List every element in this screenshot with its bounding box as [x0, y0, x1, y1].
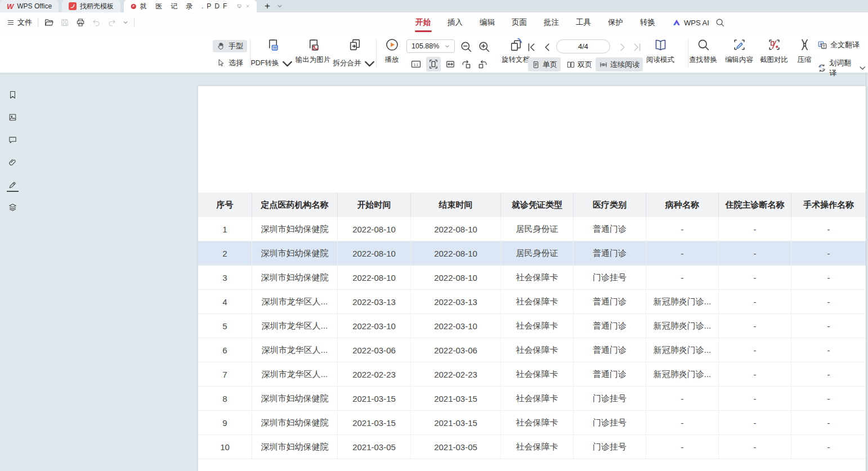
- hand-tool-label: 手型: [229, 41, 243, 51]
- menu-annotate[interactable]: 批注: [544, 12, 559, 33]
- rotate-right-icon[interactable]: [477, 59, 489, 70]
- zoom-in-icon[interactable]: [477, 40, 491, 53]
- table-cell: 新冠肺炎门诊...: [646, 338, 719, 362]
- menu-edit[interactable]: 编辑: [480, 12, 495, 33]
- select-tool-button[interactable]: 选择: [213, 57, 247, 69]
- table-row[interactable]: 6深圳市龙华区人...2022-03-062022-03-06社会保障卡普通门诊…: [198, 338, 866, 362]
- comment-icon[interactable]: [8, 135, 17, 145]
- zoom-level-select[interactable]: 105.88%: [406, 39, 455, 53]
- table-cell: -: [719, 338, 791, 362]
- table-cell: 2021-03-15: [338, 387, 411, 410]
- find-replace-button[interactable]: 查找替换: [686, 36, 721, 70]
- menu-home[interactable]: 开始: [415, 12, 431, 33]
- full-translate-button[interactable]: A文 全文翻译: [816, 39, 861, 51]
- pdf-viewer[interactable]: 序号定点医药机构名称开始时间结束时间就诊凭证类型医疗类别病种名称住院主诊断名称手…: [25, 73, 868, 471]
- continuous-read-toggle[interactable]: 连续阅读: [596, 57, 643, 71]
- menu-convert[interactable]: 转换: [640, 12, 655, 33]
- table-row[interactable]: 5深圳市龙华区人...2022-03-102022-03-10社会保障卡普通门诊…: [198, 314, 866, 338]
- table-cell: -: [719, 290, 791, 313]
- table-cell: 6: [198, 338, 252, 362]
- open-file-icon[interactable]: [44, 17, 54, 28]
- thumbnail-icon[interactable]: [8, 113, 17, 122]
- table-row[interactable]: 3深圳市妇幼保健院2022-08-102022-08-10社会保障卡门诊挂号--…: [198, 266, 866, 290]
- pdf-convert-button[interactable]: W PDF转换: [253, 36, 292, 70]
- attachment-icon[interactable]: [8, 158, 17, 167]
- tab-wps-home[interactable]: W WPS Office: [0, 0, 59, 12]
- previous-page-icon[interactable]: [542, 42, 553, 53]
- continuous-read-label: 连续阅读: [610, 60, 639, 70]
- table-cell: 社会保障卡: [501, 411, 574, 434]
- export-image-button[interactable]: 输出为图片: [292, 36, 334, 70]
- compress-button[interactable]: 压缩: [791, 36, 817, 70]
- next-page-icon: [617, 42, 628, 53]
- tab-label: WPS Office: [17, 2, 52, 10]
- print-icon[interactable]: [75, 17, 86, 28]
- new-tab-button[interactable]: +: [265, 1, 270, 12]
- actual-size-icon[interactable]: 1:1: [410, 59, 422, 70]
- read-mode-button[interactable]: 阅读模式: [642, 36, 679, 70]
- wps-ai-button[interactable]: WPS AI: [672, 18, 709, 27]
- menubar-search-icon[interactable]: [715, 17, 725, 28]
- table-row[interactable]: 8深圳市妇幼保健院2021-03-152021-03-15社会保障卡门诊挂号--…: [198, 387, 866, 411]
- layers-icon[interactable]: [8, 203, 17, 212]
- last-page-icon: [632, 42, 643, 53]
- rotate-left-icon[interactable]: [460, 59, 472, 70]
- table-row[interactable]: 2深圳市妇幼保健院2022-08-102022-08-10居民身份证普通门诊--…: [198, 241, 866, 266]
- table-cell: -: [646, 411, 719, 434]
- tab-docer-templates[interactable]: 找稻壳模板: [62, 0, 120, 12]
- table-cell: 新冠肺炎门诊...: [646, 290, 719, 313]
- quickbar-chevron-icon[interactable]: [123, 20, 128, 25]
- double-page-label: 双页: [578, 60, 592, 70]
- save-icon: [60, 17, 70, 28]
- table-cell: 居民身份证: [501, 241, 574, 265]
- continuous-read-icon: [599, 60, 608, 69]
- table-cell: 社会保障卡: [501, 314, 574, 338]
- table-cell: 深圳市龙华区人...: [252, 362, 338, 386]
- table-cell: -: [791, 411, 866, 434]
- fit-width-icon[interactable]: [426, 57, 441, 71]
- table-cell: 门诊挂号: [574, 411, 646, 434]
- hand-tool-button[interactable]: 手型: [213, 40, 247, 52]
- table-row[interactable]: 4深圳市龙华区人...2022-03-132022-03-13社会保障卡普通门诊…: [198, 290, 866, 314]
- table-cell: -: [791, 362, 866, 386]
- table-cell: 2022-03-13: [338, 290, 411, 313]
- chevron-down-icon: [445, 44, 450, 49]
- menu-insert[interactable]: 插入: [448, 12, 463, 33]
- zoom-out-icon[interactable]: [459, 40, 473, 53]
- page-number-input[interactable]: 4/4: [556, 39, 610, 53]
- tab-list-chevron-icon[interactable]: [277, 3, 283, 9]
- menu-bar: 文件 开始 插入 编辑 页面 批注 工具 保护 转换 WPS AI: [0, 12, 868, 33]
- table-cell: -: [719, 411, 791, 434]
- table-row[interactable]: 9深圳市妇幼保健院2021-03-152021-03-15社会保障卡门诊挂号--…: [198, 411, 866, 435]
- menu-tools[interactable]: 工具: [576, 12, 591, 33]
- table-cell: 深圳市妇幼保健院: [252, 435, 338, 459]
- table-cell: 深圳市龙华区人...: [252, 338, 338, 362]
- menu-protect[interactable]: 保护: [608, 12, 623, 33]
- table-row[interactable]: 1深圳市妇幼保健院2022-08-102022-08-10居民身份证普通门诊--…: [198, 217, 866, 241]
- word-translate-icon: A文: [817, 63, 826, 73]
- table-row[interactable]: 7深圳市龙华区人...2022-02-232022-02-23社会保障卡普通门诊…: [198, 362, 866, 387]
- play-button[interactable]: 播放: [379, 36, 404, 70]
- menu-page[interactable]: 页面: [512, 12, 527, 33]
- table-row[interactable]: 10深圳市妇幼保健院2021-03-052021-03-05社会保障卡门诊挂号-…: [198, 435, 866, 459]
- export-image-label: 输出为图片: [296, 55, 331, 65]
- table-cell: 2: [198, 241, 252, 265]
- present-monitor-icon[interactable]: [237, 3, 241, 10]
- split-merge-label: 拆分合并: [333, 59, 361, 68]
- bookmark-icon[interactable]: [8, 90, 17, 100]
- close-tab-icon[interactable]: [245, 3, 250, 10]
- table-cell: -: [791, 435, 866, 459]
- single-page-toggle[interactable]: 单页: [528, 57, 561, 71]
- table-cell: 2021-03-05: [338, 435, 411, 459]
- split-merge-icon: [348, 38, 362, 52]
- tab-document-pdf[interactable]: P 就 医 记 录 .PDF: [124, 0, 257, 12]
- table-cell: -: [719, 266, 791, 289]
- split-merge-button[interactable]: 拆分合并: [334, 36, 375, 70]
- fit-page-icon[interactable]: [445, 59, 456, 70]
- table-cell: -: [719, 241, 791, 265]
- annotate-pen-icon[interactable]: [8, 180, 17, 190]
- edit-content-button[interactable]: 编辑内容: [722, 36, 757, 70]
- screenshot-compare-button[interactable]: 截图对比: [757, 36, 791, 70]
- file-menu-button[interactable]: 文件: [7, 17, 32, 28]
- pdf-page[interactable]: 序号定点医药机构名称开始时间结束时间就诊凭证类型医疗类别病种名称住院主诊断名称手…: [198, 86, 866, 471]
